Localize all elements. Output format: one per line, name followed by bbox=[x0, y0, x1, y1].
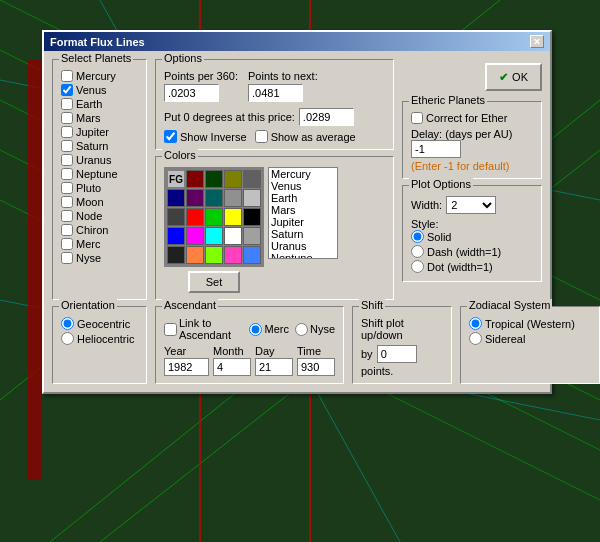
options-panel: Options Points per 360: Points to next: … bbox=[155, 59, 394, 150]
list-item[interactable]: Earth bbox=[269, 192, 337, 204]
color-cell-cyan[interactable] bbox=[205, 227, 223, 245]
pluto-row: Pluto bbox=[61, 182, 138, 194]
ascendant-link-row: Link to Ascendant Merc Nyse bbox=[164, 317, 335, 341]
merc-radio[interactable] bbox=[249, 323, 262, 336]
earth-checkbox[interactable] bbox=[61, 98, 73, 110]
plot-options-label: Plot Options bbox=[409, 178, 473, 190]
color-cell-gray1[interactable] bbox=[243, 170, 261, 188]
options-grid: Points per 360: Points to next: bbox=[164, 70, 385, 102]
orientation-label: Orientation bbox=[59, 299, 117, 311]
venus-checkbox[interactable] bbox=[61, 84, 73, 96]
color-cell-olive[interactable] bbox=[224, 170, 242, 188]
pluto-checkbox[interactable] bbox=[61, 182, 73, 194]
neptune-row: Neptune bbox=[61, 168, 138, 180]
color-cell-med-gray[interactable] bbox=[243, 227, 261, 245]
correct-ether-checkbox[interactable] bbox=[411, 112, 423, 124]
fg-cell[interactable]: FG bbox=[167, 170, 185, 188]
color-cell-very-dark[interactable] bbox=[167, 246, 185, 264]
list-item[interactable]: Venus bbox=[269, 180, 337, 192]
nyse-checkbox[interactable] bbox=[61, 252, 73, 264]
close-button[interactable]: ✕ bbox=[530, 35, 544, 48]
shift-description: Shift plot up/down bbox=[361, 317, 443, 341]
color-cell-navy[interactable] bbox=[167, 189, 185, 207]
uranus-checkbox[interactable] bbox=[61, 154, 73, 166]
color-cell-dark-green[interactable] bbox=[205, 170, 223, 188]
day-label: Day bbox=[255, 345, 293, 357]
set-button[interactable]: Set bbox=[188, 271, 241, 293]
merc-label: Merc bbox=[76, 238, 100, 250]
list-item[interactable]: Neptune bbox=[269, 252, 337, 259]
day-input[interactable] bbox=[255, 358, 293, 376]
dot-radio[interactable] bbox=[411, 260, 424, 273]
link-ascendant-checkbox[interactable] bbox=[164, 323, 177, 336]
width-row: Width: 2 1 3 bbox=[411, 196, 533, 214]
color-cell-magenta[interactable] bbox=[186, 227, 204, 245]
color-cell-yellow[interactable] bbox=[224, 208, 242, 226]
put-zero-input[interactable] bbox=[299, 108, 354, 126]
solid-radio[interactable] bbox=[411, 230, 424, 243]
show-average-label: Show as average bbox=[271, 131, 356, 143]
ok-button[interactable]: ✔ OK bbox=[485, 63, 542, 91]
show-average-checkbox[interactable] bbox=[255, 130, 268, 143]
year-input[interactable] bbox=[164, 358, 209, 376]
correct-ether-row: Correct for Ether bbox=[411, 112, 533, 124]
color-cell-light-blue[interactable] bbox=[243, 246, 261, 264]
geocentric-radio[interactable] bbox=[61, 317, 74, 330]
saturn-row: Saturn bbox=[61, 140, 138, 152]
year-label: Year bbox=[164, 345, 209, 357]
list-item[interactable]: Jupiter bbox=[269, 216, 337, 228]
colors-label: Colors bbox=[162, 149, 198, 161]
color-cell-lime[interactable] bbox=[205, 246, 223, 264]
time-input[interactable] bbox=[297, 358, 335, 376]
merc-checkbox[interactable] bbox=[61, 238, 73, 250]
color-cell-orange[interactable] bbox=[186, 246, 204, 264]
moon-checkbox[interactable] bbox=[61, 196, 73, 208]
sidereal-row: Sidereal bbox=[469, 332, 591, 345]
delay-input[interactable] bbox=[411, 140, 461, 158]
planet-list[interactable]: Mercury Venus Earth Mars Jupiter Saturn … bbox=[268, 167, 338, 259]
sidereal-radio[interactable] bbox=[469, 332, 482, 345]
width-select[interactable]: 2 1 3 bbox=[446, 196, 496, 214]
nyse-radio[interactable] bbox=[295, 323, 308, 336]
color-cell-white[interactable] bbox=[224, 227, 242, 245]
mars-checkbox[interactable] bbox=[61, 112, 73, 124]
color-cell-light-gray[interactable] bbox=[243, 189, 261, 207]
list-item[interactable]: Mercury bbox=[269, 168, 337, 180]
moon-row: Moon bbox=[61, 196, 138, 208]
color-cell-pink[interactable] bbox=[224, 246, 242, 264]
month-input[interactable] bbox=[213, 358, 251, 376]
heliocentric-radio[interactable] bbox=[61, 332, 74, 345]
dash-label: Dash (width=1) bbox=[427, 246, 501, 258]
list-item[interactable]: Mars bbox=[269, 204, 337, 216]
color-cell-blue[interactable] bbox=[167, 227, 185, 245]
by-label: by bbox=[361, 348, 373, 360]
color-cell-purple[interactable] bbox=[186, 189, 204, 207]
show-inverse-checkbox[interactable] bbox=[164, 130, 177, 143]
zodiacal-label: Zodiacal System bbox=[467, 299, 552, 311]
orientation-panel: Orientation Geocentric Heliocentric bbox=[52, 306, 147, 384]
nyse-label: Nyse bbox=[76, 252, 101, 264]
color-cell-dark-gray[interactable] bbox=[167, 208, 185, 226]
shift-by-input[interactable] bbox=[377, 345, 417, 363]
color-cell-green[interactable] bbox=[205, 208, 223, 226]
node-checkbox[interactable] bbox=[61, 210, 73, 222]
tropical-radio[interactable] bbox=[469, 317, 482, 330]
neptune-checkbox[interactable] bbox=[61, 168, 73, 180]
color-cell-teal[interactable] bbox=[205, 189, 223, 207]
points-per-360-input[interactable] bbox=[164, 84, 219, 102]
jupiter-checkbox[interactable] bbox=[61, 126, 73, 138]
color-cell-black[interactable] bbox=[243, 208, 261, 226]
dash-radio[interactable] bbox=[411, 245, 424, 258]
color-cell-red[interactable] bbox=[186, 208, 204, 226]
color-cell-silver[interactable] bbox=[224, 189, 242, 207]
points-to-next-input[interactable] bbox=[248, 84, 303, 102]
colors-area: FG bbox=[164, 167, 385, 293]
color-cell-dark-red[interactable] bbox=[186, 170, 204, 188]
saturn-checkbox[interactable] bbox=[61, 140, 73, 152]
list-item[interactable]: Saturn bbox=[269, 228, 337, 240]
merc-row: Merc bbox=[61, 238, 138, 250]
points-label: points. bbox=[361, 365, 443, 377]
mercury-checkbox[interactable] bbox=[61, 70, 73, 82]
list-item[interactable]: Uranus bbox=[269, 240, 337, 252]
chiron-checkbox[interactable] bbox=[61, 224, 73, 236]
